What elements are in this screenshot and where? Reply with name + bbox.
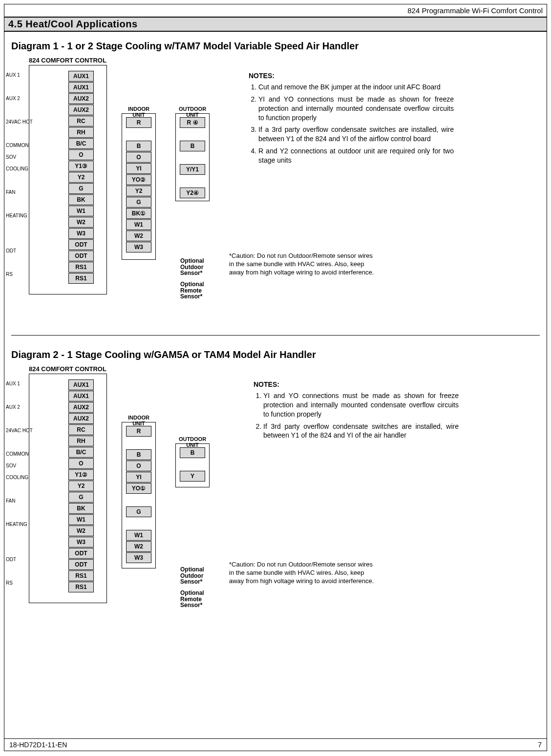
- diagram2-cc-title: 824 COMFORT CONTROL: [29, 365, 540, 373]
- d1-outdoor-term-0: R ④: [180, 117, 205, 128]
- diagram1-title: Diagram 1 - 1 or 2 Stage Cooling w/TAM7 …: [4, 32, 547, 57]
- diagram1-notes: NOTES: Cut and remove the BK jumper at t…: [249, 71, 454, 168]
- d2-row-label-10: FAN: [6, 498, 40, 504]
- page-footer: 18-HD72D1-11-EN 7: [4, 738, 547, 751]
- d1-cc-term-10: G: [68, 183, 94, 194]
- d1-row-label-17: RS: [6, 272, 40, 277]
- d2-cc-term-18: RS1: [68, 582, 94, 592]
- diagram2-outdoor-unit: OUTDOOR UNIT BY: [175, 443, 210, 487]
- d1-cc-term-8: Y1③: [68, 161, 94, 171]
- d1-cc-term-17: RS1: [68, 262, 94, 273]
- diagram2-824-panel: AUX1AUX 1AUX1AUX2AUX 2AUX2RC24VAC HOTRHB…: [29, 374, 107, 603]
- d1-cc-term-5: RH: [68, 127, 94, 138]
- d2-cc-term-6: B/C: [68, 447, 94, 458]
- d1-outdoor-term-4: Y/Y1: [180, 164, 205, 175]
- diagram2-note-1: YI and YO connections must be made as sh…: [263, 391, 459, 419]
- d1-row-label-15: ODT: [6, 248, 40, 253]
- footer-page-number: 7: [538, 741, 542, 749]
- diagram1-wrap: 824 COMFORT CONTROL AUX1AUX 1AUX1AUX2AUX…: [4, 57, 547, 330]
- d2-cc-term-1: AUX1: [68, 391, 94, 401]
- d1-cc-term-7: O: [68, 149, 94, 160]
- d2-indoor-term-10: W2: [126, 541, 151, 552]
- d2-row-label-2: AUX 2: [6, 404, 40, 410]
- diagram2-indoor-title: INDOOR UNIT: [122, 415, 155, 426]
- diagram1-caution: *Caution: Do not run Outdoor/Remote sens…: [229, 252, 376, 277]
- d2-cc-term-17: RS1: [68, 570, 94, 581]
- d2-row-label-8: COOLING: [6, 475, 40, 480]
- d1-row-label-7: SOV: [6, 154, 40, 160]
- d2-cc-term-5: RH: [68, 436, 94, 446]
- diagram1-note-1: Cut and remove the BK jumper at the indo…: [258, 83, 454, 92]
- diagram1-outdoor-unit: OUTDOOR UNIT R ④BY/Y1Y2④: [175, 113, 210, 201]
- header-product-line: 824 Programmable Wi-Fi Comfort Control: [4, 4, 547, 18]
- d2-cc-term-10: G: [68, 492, 94, 503]
- page: 824 Programmable Wi-Fi Comfort Control 4…: [4, 4, 547, 751]
- d1-indoor-term-7: G: [126, 197, 151, 208]
- d1-indoor-term-2: B: [126, 141, 151, 151]
- d1-outdoor-term-2: B: [180, 141, 205, 151]
- d1-cc-term-6: B/C: [68, 138, 94, 149]
- d2-indoor-term-5: YO①: [126, 483, 151, 494]
- d1-indoor-term-4: YI: [126, 163, 151, 174]
- d2-cc-term-15: ODT: [68, 548, 94, 559]
- footer-doc-number: 18-HD72D1-11-EN: [9, 741, 67, 749]
- d2-cc-term-0: AUX1: [68, 379, 94, 390]
- diagram2-outdoor-sensor-label: Optional Outdoor Sensor*: [180, 567, 204, 585]
- d2-row-label-12: HEATING: [6, 522, 40, 527]
- diagram2-caution: *Caution: Do not run Outdoor/Remote sens…: [229, 561, 376, 586]
- diagram1-notes-list: Cut and remove the BK jumper at the indo…: [249, 83, 454, 165]
- diagram1-indoor-unit: INDOOR UNIT RBOYIYO②Y2GBK①W1W2W3: [122, 113, 156, 260]
- d2-indoor-term-3: O: [126, 461, 151, 471]
- d1-cc-term-12: W1: [68, 206, 94, 216]
- d2-cc-term-2: AUX2: [68, 402, 94, 413]
- d2-row-label-6: COMMON: [6, 451, 40, 457]
- d1-cc-term-9: Y2: [68, 172, 94, 183]
- d2-outdoor-term-0: B: [180, 447, 205, 458]
- d1-cc-term-11: BK: [68, 194, 94, 205]
- d2-cc-term-16: ODT: [68, 559, 94, 570]
- d2-indoor-term-7: G: [126, 506, 151, 517]
- d1-row-label-0: AUX 1: [6, 72, 40, 78]
- d1-indoor-term-10: W2: [126, 231, 151, 241]
- d2-indoor-term-11: W3: [126, 552, 151, 563]
- d2-cc-term-8: Y1②: [68, 469, 94, 480]
- diagram1-indoor-title: INDOOR UNIT: [122, 106, 155, 118]
- diagram1-note-4: R and Y2 connections at outdoor unit are…: [258, 147, 454, 165]
- diagram2-notes-heading: NOTES:: [254, 380, 459, 389]
- d2-cc-term-3: AUX2: [68, 413, 94, 424]
- d1-row-label-2: AUX 2: [6, 96, 40, 101]
- d1-cc-term-18: RS1: [68, 273, 94, 284]
- diagram2-note-2: If 3rd party overflow condensate switche…: [263, 422, 459, 441]
- d2-row-label-0: AUX 1: [6, 381, 40, 386]
- diagram2-indoor-unit: INDOOR UNIT RBOYIYO①GW1W2W3: [122, 422, 156, 568]
- diagram1-824-panel: AUX1AUX 1AUX1AUX2AUX 2AUX2RC24VAC HOTRHB…: [29, 65, 107, 294]
- diagram2-wrap: 824 COMFORT CONTROL AUX1AUX 1AUX1AUX2AUX…: [4, 365, 547, 639]
- diagram1-notes-heading: NOTES:: [249, 71, 454, 81]
- d2-indoor-term-9: W1: [126, 530, 151, 541]
- d2-cc-term-7: O: [68, 458, 94, 469]
- diagram2-outdoor-title: OUTDOOR UNIT: [176, 436, 209, 448]
- d1-cc-term-3: AUX2: [68, 105, 94, 115]
- d1-row-label-10: FAN: [6, 189, 40, 195]
- d1-indoor-term-9: W1: [126, 219, 151, 230]
- d1-cc-term-1: AUX1: [68, 82, 94, 93]
- d2-outdoor-term-2: Y: [180, 471, 205, 482]
- d1-row-label-12: HEATING: [6, 213, 40, 218]
- d2-row-label-17: RS: [6, 580, 40, 586]
- diagram1-remote-sensor-label: Optional Remote Sensor*: [180, 281, 204, 300]
- d1-indoor-term-11: W3: [126, 242, 151, 252]
- d1-row-label-6: COMMON: [6, 143, 40, 148]
- d1-outdoor-term-6: Y2④: [180, 188, 205, 198]
- diagram-divider: [11, 335, 540, 336]
- d2-indoor-term-0: R: [126, 426, 151, 437]
- d1-indoor-term-5: YO②: [126, 174, 151, 185]
- diagram1-cc-title: 824 COMFORT CONTROL: [29, 57, 540, 64]
- d2-cc-term-4: RC: [68, 424, 94, 435]
- d1-cc-term-0: AUX1: [68, 71, 94, 82]
- d2-cc-term-12: W1: [68, 514, 94, 525]
- diagram1-outdoor-title: OUTDOOR UNIT: [176, 106, 209, 118]
- d1-row-label-4: 24VAC HOT: [6, 119, 40, 125]
- section-title: 4.5 Heat/Cool Applications: [4, 18, 547, 32]
- d1-indoor-term-3: O: [126, 152, 151, 163]
- d1-indoor-term-6: Y2: [126, 186, 151, 196]
